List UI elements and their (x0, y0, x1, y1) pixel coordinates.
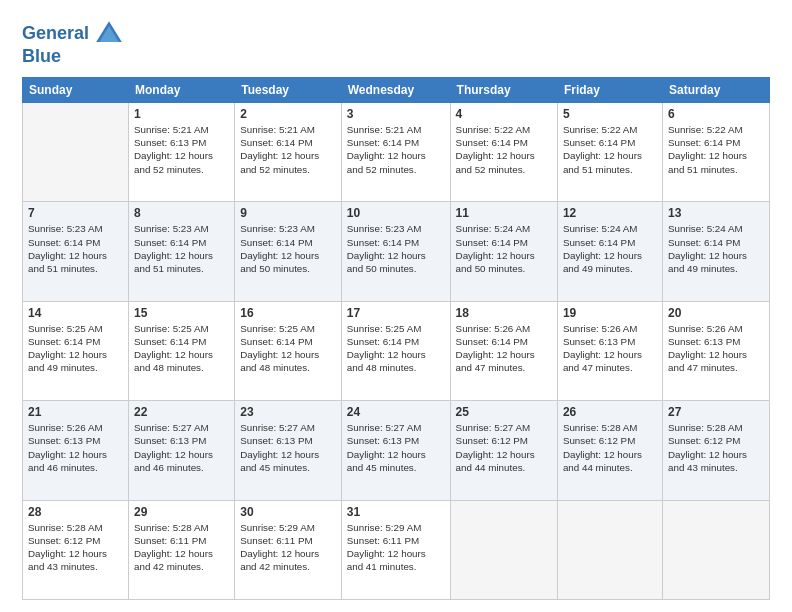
calendar-table: SundayMondayTuesdayWednesdayThursdayFrid… (22, 77, 770, 600)
calendar-header-sunday: Sunday (23, 78, 129, 103)
day-info: Sunrise: 5:25 AMSunset: 6:14 PMDaylight:… (134, 322, 229, 375)
calendar-week-row: 21Sunrise: 5:26 AMSunset: 6:13 PMDayligh… (23, 401, 770, 500)
logo-text: General (22, 24, 89, 44)
calendar-cell: 10Sunrise: 5:23 AMSunset: 6:14 PMDayligh… (341, 202, 450, 301)
calendar-cell: 17Sunrise: 5:25 AMSunset: 6:14 PMDayligh… (341, 301, 450, 400)
calendar-week-row: 7Sunrise: 5:23 AMSunset: 6:14 PMDaylight… (23, 202, 770, 301)
calendar-cell: 28Sunrise: 5:28 AMSunset: 6:12 PMDayligh… (23, 500, 129, 599)
calendar-header-tuesday: Tuesday (235, 78, 342, 103)
day-number: 28 (28, 505, 123, 519)
calendar-header-friday: Friday (557, 78, 662, 103)
calendar-cell: 21Sunrise: 5:26 AMSunset: 6:13 PMDayligh… (23, 401, 129, 500)
day-number: 29 (134, 505, 229, 519)
calendar-cell: 16Sunrise: 5:25 AMSunset: 6:14 PMDayligh… (235, 301, 342, 400)
day-number: 27 (668, 405, 764, 419)
day-info: Sunrise: 5:26 AMSunset: 6:14 PMDaylight:… (456, 322, 552, 375)
day-info: Sunrise: 5:22 AMSunset: 6:14 PMDaylight:… (668, 123, 764, 176)
day-info: Sunrise: 5:23 AMSunset: 6:14 PMDaylight:… (347, 222, 445, 275)
day-number: 7 (28, 206, 123, 220)
day-number: 11 (456, 206, 552, 220)
calendar-header-row: SundayMondayTuesdayWednesdayThursdayFrid… (23, 78, 770, 103)
day-info: Sunrise: 5:27 AMSunset: 6:13 PMDaylight:… (134, 421, 229, 474)
day-number: 3 (347, 107, 445, 121)
page: General Blue SundayMondayTuesdayWednesda… (0, 0, 792, 612)
calendar-cell: 24Sunrise: 5:27 AMSunset: 6:13 PMDayligh… (341, 401, 450, 500)
calendar-cell: 31Sunrise: 5:29 AMSunset: 6:11 PMDayligh… (341, 500, 450, 599)
day-info: Sunrise: 5:25 AMSunset: 6:14 PMDaylight:… (240, 322, 336, 375)
calendar-week-row: 14Sunrise: 5:25 AMSunset: 6:14 PMDayligh… (23, 301, 770, 400)
calendar-cell: 30Sunrise: 5:29 AMSunset: 6:11 PMDayligh… (235, 500, 342, 599)
day-number: 23 (240, 405, 336, 419)
day-number: 18 (456, 306, 552, 320)
calendar-cell: 25Sunrise: 5:27 AMSunset: 6:12 PMDayligh… (450, 401, 557, 500)
day-number: 16 (240, 306, 336, 320)
calendar-cell: 15Sunrise: 5:25 AMSunset: 6:14 PMDayligh… (128, 301, 234, 400)
day-number: 2 (240, 107, 336, 121)
day-number: 25 (456, 405, 552, 419)
calendar-cell: 13Sunrise: 5:24 AMSunset: 6:14 PMDayligh… (662, 202, 769, 301)
calendar-cell: 29Sunrise: 5:28 AMSunset: 6:11 PMDayligh… (128, 500, 234, 599)
calendar-cell: 18Sunrise: 5:26 AMSunset: 6:14 PMDayligh… (450, 301, 557, 400)
day-info: Sunrise: 5:27 AMSunset: 6:13 PMDaylight:… (240, 421, 336, 474)
day-number: 9 (240, 206, 336, 220)
day-number: 4 (456, 107, 552, 121)
calendar-cell: 27Sunrise: 5:28 AMSunset: 6:12 PMDayligh… (662, 401, 769, 500)
day-info: Sunrise: 5:25 AMSunset: 6:14 PMDaylight:… (347, 322, 445, 375)
calendar-cell: 26Sunrise: 5:28 AMSunset: 6:12 PMDayligh… (557, 401, 662, 500)
calendar-cell (662, 500, 769, 599)
header: General Blue (22, 18, 770, 67)
calendar-cell: 1Sunrise: 5:21 AMSunset: 6:13 PMDaylight… (128, 103, 234, 202)
day-info: Sunrise: 5:27 AMSunset: 6:13 PMDaylight:… (347, 421, 445, 474)
day-info: Sunrise: 5:23 AMSunset: 6:14 PMDaylight:… (240, 222, 336, 275)
day-info: Sunrise: 5:21 AMSunset: 6:14 PMDaylight:… (347, 123, 445, 176)
day-number: 15 (134, 306, 229, 320)
day-info: Sunrise: 5:28 AMSunset: 6:12 PMDaylight:… (563, 421, 657, 474)
day-info: Sunrise: 5:26 AMSunset: 6:13 PMDaylight:… (563, 322, 657, 375)
day-info: Sunrise: 5:22 AMSunset: 6:14 PMDaylight:… (456, 123, 552, 176)
day-info: Sunrise: 5:28 AMSunset: 6:12 PMDaylight:… (668, 421, 764, 474)
day-info: Sunrise: 5:22 AMSunset: 6:14 PMDaylight:… (563, 123, 657, 176)
calendar-cell: 14Sunrise: 5:25 AMSunset: 6:14 PMDayligh… (23, 301, 129, 400)
day-number: 14 (28, 306, 123, 320)
day-number: 8 (134, 206, 229, 220)
calendar-cell: 22Sunrise: 5:27 AMSunset: 6:13 PMDayligh… (128, 401, 234, 500)
calendar-cell: 11Sunrise: 5:24 AMSunset: 6:14 PMDayligh… (450, 202, 557, 301)
calendar-header-thursday: Thursday (450, 78, 557, 103)
day-info: Sunrise: 5:28 AMSunset: 6:11 PMDaylight:… (134, 521, 229, 574)
day-number: 22 (134, 405, 229, 419)
day-info: Sunrise: 5:21 AMSunset: 6:13 PMDaylight:… (134, 123, 229, 176)
day-info: Sunrise: 5:24 AMSunset: 6:14 PMDaylight:… (563, 222, 657, 275)
calendar-cell (557, 500, 662, 599)
day-number: 20 (668, 306, 764, 320)
calendar-cell: 20Sunrise: 5:26 AMSunset: 6:13 PMDayligh… (662, 301, 769, 400)
logo: General Blue (22, 18, 125, 67)
calendar-header-monday: Monday (128, 78, 234, 103)
calendar-cell: 23Sunrise: 5:27 AMSunset: 6:13 PMDayligh… (235, 401, 342, 500)
logo-icon (93, 18, 125, 50)
day-number: 13 (668, 206, 764, 220)
calendar-cell: 2Sunrise: 5:21 AMSunset: 6:14 PMDaylight… (235, 103, 342, 202)
calendar-header-saturday: Saturday (662, 78, 769, 103)
day-info: Sunrise: 5:21 AMSunset: 6:14 PMDaylight:… (240, 123, 336, 176)
day-number: 21 (28, 405, 123, 419)
day-number: 5 (563, 107, 657, 121)
calendar-cell: 19Sunrise: 5:26 AMSunset: 6:13 PMDayligh… (557, 301, 662, 400)
day-info: Sunrise: 5:23 AMSunset: 6:14 PMDaylight:… (28, 222, 123, 275)
day-info: Sunrise: 5:28 AMSunset: 6:12 PMDaylight:… (28, 521, 123, 574)
day-number: 31 (347, 505, 445, 519)
day-info: Sunrise: 5:24 AMSunset: 6:14 PMDaylight:… (456, 222, 552, 275)
calendar-cell: 12Sunrise: 5:24 AMSunset: 6:14 PMDayligh… (557, 202, 662, 301)
day-info: Sunrise: 5:29 AMSunset: 6:11 PMDaylight:… (240, 521, 336, 574)
calendar-cell: 3Sunrise: 5:21 AMSunset: 6:14 PMDaylight… (341, 103, 450, 202)
calendar-cell: 7Sunrise: 5:23 AMSunset: 6:14 PMDaylight… (23, 202, 129, 301)
day-info: Sunrise: 5:25 AMSunset: 6:14 PMDaylight:… (28, 322, 123, 375)
calendar-cell: 8Sunrise: 5:23 AMSunset: 6:14 PMDaylight… (128, 202, 234, 301)
day-number: 30 (240, 505, 336, 519)
day-number: 10 (347, 206, 445, 220)
day-number: 6 (668, 107, 764, 121)
calendar-cell: 5Sunrise: 5:22 AMSunset: 6:14 PMDaylight… (557, 103, 662, 202)
calendar-cell: 6Sunrise: 5:22 AMSunset: 6:14 PMDaylight… (662, 103, 769, 202)
day-info: Sunrise: 5:24 AMSunset: 6:14 PMDaylight:… (668, 222, 764, 275)
calendar-cell (23, 103, 129, 202)
day-info: Sunrise: 5:26 AMSunset: 6:13 PMDaylight:… (28, 421, 123, 474)
